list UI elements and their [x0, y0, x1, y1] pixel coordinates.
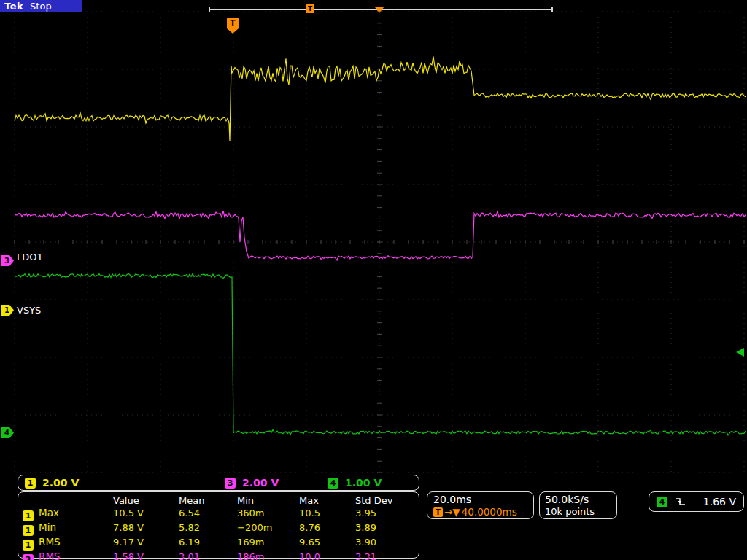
- meas-header-stddev: Std Dev: [355, 494, 414, 507]
- ch3-badge: 3: [23, 554, 34, 560]
- ch1-badge: 1: [23, 525, 34, 536]
- meas-row-name: 1Min: [23, 521, 113, 536]
- meas-cell: 3.90: [355, 536, 414, 551]
- ch4-scale: 1.00 V: [345, 477, 382, 489]
- record-length: 10k points: [545, 506, 611, 517]
- measurement-table: Value Mean Min Max Std Dev 1Max 10.5 V 6…: [18, 491, 419, 559]
- ch4-badge: 4: [328, 478, 338, 489]
- trigger-level-arrow-icon: [736, 348, 744, 357]
- meas-cell: 5.82: [179, 521, 237, 536]
- meas-cell: 6.19: [179, 536, 237, 551]
- ch3-badge: 3: [225, 478, 236, 489]
- meas-cell: 3.95: [355, 507, 414, 521]
- meas-cell: 3.31: [355, 551, 414, 560]
- meas-cell: 10.0: [299, 551, 355, 560]
- meas-cell: 3.01: [179, 551, 237, 560]
- meas-header-min: Min: [237, 494, 299, 507]
- acquisition-readout: 50.0kS/s 10k points: [539, 491, 617, 519]
- trigger-source-badge: 4: [657, 497, 667, 508]
- meas-cell: 8.76: [299, 521, 355, 536]
- timebase-scale: 20.0ms: [433, 494, 527, 505]
- meas-cell: 6.54: [179, 507, 237, 521]
- waveform-ch3: [15, 211, 746, 260]
- meas-cell: 169m: [237, 536, 299, 551]
- waveform-ch4: [15, 274, 746, 435]
- meas-cell: 7.88 V: [113, 521, 179, 536]
- ch1-badge: 1: [23, 510, 34, 521]
- delay-value: 40.0000ms: [462, 506, 517, 518]
- graticule: [0, 0, 747, 475]
- ch3-scale: 2.00 V: [242, 477, 279, 489]
- meas-cell: 9.65: [299, 536, 355, 551]
- trigger-level: 1.66 V: [703, 496, 736, 508]
- meas-row-name: 3RMS: [23, 551, 113, 560]
- trigger-delay-readout: T →▼ 40.0000ms: [433, 506, 527, 518]
- meas-cell: −200m: [237, 521, 299, 536]
- delay-arrow-icon: →▼: [444, 506, 460, 518]
- meas-cell: 1.58 V: [113, 551, 179, 560]
- meas-cell: 10.5: [299, 507, 355, 521]
- ch1-badge: 1: [25, 478, 36, 489]
- trigger-t-badge: T: [433, 508, 443, 517]
- ch1-scale: 2.00 V: [42, 477, 79, 489]
- horizontal-readout: 20.0ms T →▼ 40.0000ms: [427, 491, 534, 519]
- trace-label-vsys: VSYS: [17, 305, 41, 316]
- ch1-badge: 1: [23, 540, 34, 551]
- trigger-readout: 4 1.66 V: [649, 491, 744, 512]
- trigger-position-icon: T: [227, 18, 239, 28]
- sample-rate: 50.0kS/s: [545, 494, 611, 505]
- meas-header-mean: Mean: [179, 494, 237, 507]
- meas-cell: 10.5 V: [113, 507, 179, 521]
- meas-header-max: Max: [299, 494, 355, 507]
- trigger-position-pointer-icon: [227, 28, 239, 34]
- meas-row-name: 1RMS: [23, 536, 113, 551]
- meas-cell: 9.17 V: [113, 536, 179, 551]
- meas-cell: 186m: [237, 551, 299, 560]
- meas-cell: 360m: [237, 507, 299, 521]
- meas-cell: 3.89: [355, 521, 414, 536]
- vertical-scale-readout: 1 2.00 V 3 2.00 V 4 1.00 V: [18, 475, 419, 491]
- trace-label-ldo1: LDO1: [17, 252, 43, 262]
- meas-header-value: Value: [113, 494, 179, 507]
- meas-row-name: 1Max: [23, 507, 113, 521]
- falling-edge-icon: [675, 496, 686, 508]
- meas-header-blank: [23, 494, 113, 507]
